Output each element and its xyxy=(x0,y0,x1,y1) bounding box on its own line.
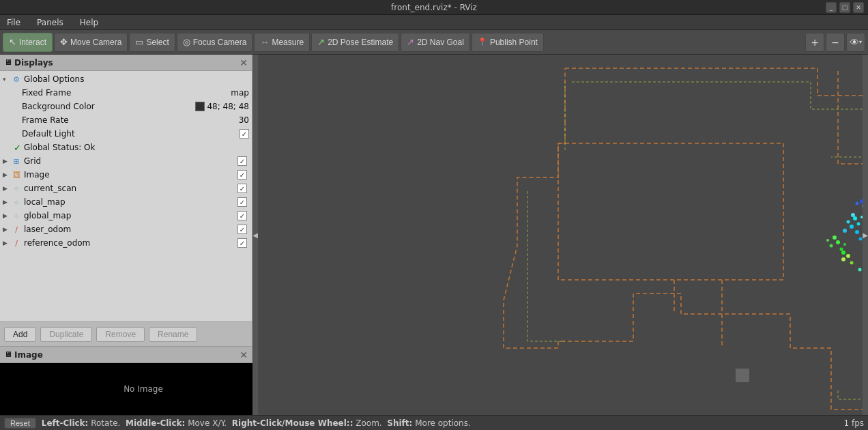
frame-rate-row[interactable]: Frame Rate 30 xyxy=(0,113,252,127)
maximize-button[interactable]: □ xyxy=(839,2,850,13)
default-light-checkbox[interactable]: ✓ xyxy=(240,129,249,139)
fixed-frame-row[interactable]: Fixed Frame map xyxy=(0,86,252,100)
local-map-arrow: ▶ xyxy=(3,199,11,205)
pose-estimate-button[interactable]: ↗ 2D Pose Estimate xyxy=(311,33,399,52)
image-panel-icon: 🖥 xyxy=(4,350,12,359)
local-map-label: local_map xyxy=(24,197,235,207)
publish-point-label: Publish Point xyxy=(490,38,538,47)
svg-point-3 xyxy=(853,216,857,220)
grid-arrow: ▶ xyxy=(3,158,11,164)
left-collapse-handle[interactable]: ◀ xyxy=(252,55,258,415)
reference-odom-row[interactable]: ▶ ∕ reference_odom ✓ xyxy=(0,236,252,250)
global-map-checkbox[interactable]: ✓ xyxy=(237,211,247,220)
remove-button[interactable]: Remove xyxy=(96,327,145,342)
image-display-row[interactable]: ▶ 🖼 Image ✓ xyxy=(0,168,252,182)
image-arrow: ▶ xyxy=(3,171,11,178)
global-options-arrow: ▾ xyxy=(3,76,11,83)
right-collapse-arrow-icon: ▶ xyxy=(863,231,868,239)
global-map-checkbox-cell: ✓ xyxy=(235,211,249,220)
laser-odom-arrow: ▶ xyxy=(3,226,11,233)
background-color-swatch xyxy=(195,102,205,111)
frame-rate-label: Frame Rate xyxy=(22,115,239,125)
rename-button[interactable]: Rename xyxy=(149,327,197,342)
titlebar: front_end.rviz* - RViz _ □ ✕ xyxy=(0,0,868,15)
image-panel-close-button[interactable]: ✕ xyxy=(240,349,248,360)
reference-odom-checkbox[interactable]: ✓ xyxy=(237,238,247,248)
zoom-in-button[interactable]: + xyxy=(805,33,824,52)
move-camera-icon: ✥ xyxy=(60,37,68,47)
local-map-checkbox[interactable]: ✓ xyxy=(237,197,247,207)
right-collapse-handle[interactable]: ▶ xyxy=(863,55,868,415)
local-map-row[interactable]: ▶ ⁘ local_map ✓ xyxy=(0,195,252,209)
grid-icon: ⊞ xyxy=(11,156,22,167)
fps-display: 1 fps xyxy=(843,418,864,428)
3d-viewport[interactable] xyxy=(258,55,863,415)
laser-odom-row[interactable]: ▶ ∕ laser_odom ✓ xyxy=(0,223,252,236)
duplicate-button[interactable]: Duplicate xyxy=(40,327,92,342)
menu-panels[interactable]: Panels xyxy=(33,16,68,29)
svg-point-22 xyxy=(840,248,843,251)
displays-panel-title: 🖥 Displays xyxy=(4,58,53,68)
svg-point-5 xyxy=(850,225,854,229)
zoom-out-button[interactable]: − xyxy=(826,33,845,52)
grid-row[interactable]: ▶ ⊞ Grid ✓ xyxy=(0,154,252,168)
grid-checkbox[interactable]: ✓ xyxy=(237,156,247,166)
interact-button[interactable]: ↖ Interact xyxy=(3,33,53,52)
fixed-frame-value[interactable]: map xyxy=(231,88,249,98)
global-options-label: Global Options xyxy=(24,74,249,84)
global-status-label: Global Status: Ok xyxy=(24,143,249,152)
svg-point-25 xyxy=(830,244,833,248)
focus-camera-button[interactable]: ◎ Focus Camera xyxy=(177,33,253,52)
nav-goal-label: 2D Nav Goal xyxy=(417,38,464,47)
measure-button[interactable]: ↔ Measure xyxy=(254,33,310,52)
image-checkbox[interactable]: ✓ xyxy=(237,170,247,180)
current-scan-label: current_scan xyxy=(24,184,235,193)
global-map-row[interactable]: ▶ ⁘ global_map ✓ xyxy=(0,209,252,223)
menu-file[interactable]: File xyxy=(3,16,25,29)
laser-odom-checkbox[interactable]: ✓ xyxy=(237,225,247,234)
current-scan-arrow: ▶ xyxy=(3,185,11,192)
reference-odom-label: reference_odom xyxy=(24,238,235,248)
global-options-icon: ⚙ xyxy=(11,74,22,85)
publish-point-button[interactable]: 📍 Publish Point xyxy=(472,33,544,52)
view-button[interactable]: 👁 ▾ xyxy=(846,33,865,52)
current-scan-checkbox[interactable]: ✓ xyxy=(237,184,247,193)
image-icon: 🖼 xyxy=(11,169,22,180)
default-light-value[interactable]: ✓ xyxy=(240,129,249,139)
reference-odom-arrow: ▶ xyxy=(3,240,11,246)
status-check-icon: ✓ xyxy=(14,143,21,153)
menubar: File Panels Help xyxy=(0,15,868,30)
displays-close-button[interactable]: ✕ xyxy=(240,57,248,68)
focus-camera-label: Focus Camera xyxy=(193,38,247,47)
close-button[interactable]: ✕ xyxy=(853,2,864,13)
svg-point-4 xyxy=(857,223,860,226)
reset-button[interactable]: Reset xyxy=(4,418,36,429)
displays-panel-icon: 🖥 xyxy=(4,58,12,67)
svg-point-8 xyxy=(847,220,850,224)
background-color-value[interactable]: 48; 48; 48 xyxy=(195,102,249,111)
fixed-frame-label: Fixed Frame xyxy=(22,88,231,98)
current-scan-row[interactable]: ▶ ⁘ current_scan ✓ xyxy=(0,182,252,195)
global-status-row[interactable]: ✓ Global Status: Ok xyxy=(0,141,252,154)
global-options-row[interactable]: ▾ ⚙ Global Options xyxy=(0,72,252,86)
svg-point-23 xyxy=(833,235,837,240)
background-color-text: 48; 48; 48 xyxy=(207,102,249,111)
background-color-row[interactable]: Background Color 48; 48; 48 xyxy=(0,100,252,113)
image-panel-title: 🖥 Image xyxy=(4,350,43,360)
select-button[interactable]: ▭ Select xyxy=(129,33,175,52)
frame-rate-value[interactable]: 30 xyxy=(239,115,249,125)
svg-point-46 xyxy=(841,257,845,261)
move-camera-button[interactable]: ✥ Move Camera xyxy=(54,33,128,52)
default-light-row[interactable]: Default Light ✓ xyxy=(0,127,252,141)
reference-odom-icon: ∕ xyxy=(11,238,22,248)
menu-help[interactable]: Help xyxy=(76,16,102,29)
displays-button-bar: Add Duplicate Remove Rename xyxy=(0,321,252,346)
minimize-button[interactable]: _ xyxy=(826,2,837,13)
no-image-text: No Image xyxy=(124,384,163,394)
nav-goal-icon: ↗ xyxy=(407,37,414,47)
nav-goal-button[interactable]: ↗ 2D Nav Goal xyxy=(401,33,470,52)
global-map-arrow: ▶ xyxy=(3,212,11,219)
scene-svg xyxy=(258,55,863,415)
add-button[interactable]: Add xyxy=(4,327,36,342)
status-hint: Left-Click: Rotate. Middle-Click: Move X… xyxy=(42,418,471,428)
